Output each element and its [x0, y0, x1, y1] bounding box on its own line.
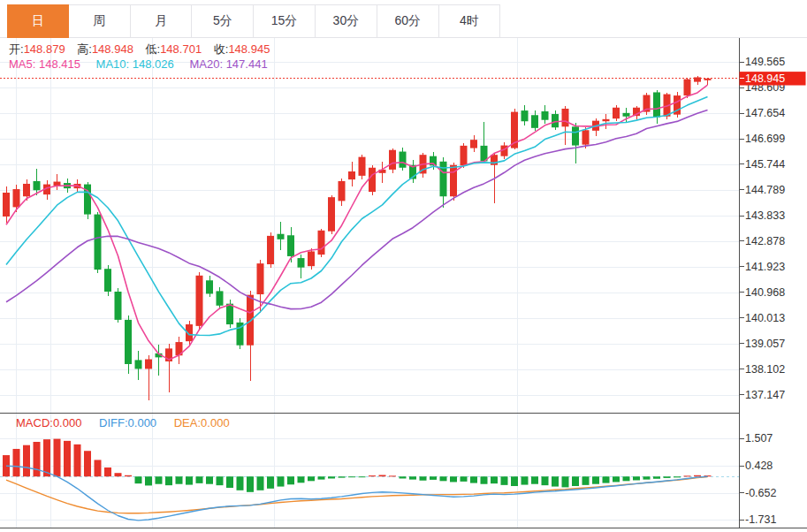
ma5-readout: MA5: 148.415: [9, 57, 80, 71]
price-tick-label: 143.833: [745, 209, 785, 222]
tab-week[interactable]: 周: [69, 4, 131, 38]
period-tabbar: 日周月5分15分30分60分4时: [7, 4, 500, 38]
candle-down: [34, 181, 41, 190]
candle-down: [298, 258, 305, 268]
macd-value-readout: MACD:0.000: [16, 416, 81, 429]
tab-day[interactable]: 日: [7, 4, 69, 38]
macd-tick-label: 0.428: [745, 460, 773, 472]
macd-bar-down: [176, 476, 183, 484]
macd-bar-up: [369, 475, 376, 476]
candle-up: [603, 119, 610, 121]
kline-chart-widget: 149.565148.609147.654146.699145.744144.7…: [0, 0, 807, 532]
candle-up: [13, 189, 20, 207]
macd-bar-down: [237, 476, 244, 490]
candle-up: [318, 231, 325, 255]
candle-up: [389, 150, 396, 170]
price-tick-label: 146.699: [745, 133, 785, 145]
candle-down: [115, 292, 122, 320]
macd-bar-down: [501, 476, 508, 485]
candle-up: [694, 77, 701, 81]
macd-bar-down: [592, 476, 599, 484]
candle-up: [247, 295, 254, 346]
macd-bar-up: [43, 439, 50, 476]
price-tick-label: 147.654: [745, 107, 785, 119]
macd-bar-down: [348, 476, 355, 477]
macd-bar-down: [450, 476, 457, 482]
macd-bar-down: [603, 476, 610, 483]
price-tick-label: 141.923: [745, 261, 785, 273]
macd-bar-down: [674, 476, 681, 477]
macd-bar-down: [186, 476, 193, 484]
close-value: 148.945: [228, 42, 270, 56]
diff-value-readout: DIFF:0.000: [99, 416, 156, 429]
macd-bar-up: [694, 475, 701, 476]
candle-down: [226, 304, 233, 324]
macd-bar-down: [491, 476, 498, 483]
macd-tick-label: -0.652: [745, 487, 776, 499]
macd-bar-down: [206, 476, 213, 484]
macd-bar-down: [572, 476, 579, 486]
macd-bar-up: [115, 473, 122, 476]
macd-bar-down: [430, 476, 437, 480]
tab-4hour[interactable]: 4时: [439, 4, 501, 38]
macd-tick-label: 1.507: [745, 432, 773, 445]
candle-down: [400, 152, 407, 168]
candle-down: [206, 280, 213, 293]
macd-bar-down: [145, 476, 152, 485]
tab-15min[interactable]: 15分: [254, 4, 316, 38]
tab-30min[interactable]: 30分: [316, 4, 377, 38]
macd-bar-down: [582, 476, 590, 485]
tab-60min[interactable]: 60分: [377, 4, 439, 38]
price-tick-label: 138.102: [745, 363, 785, 376]
macd-bar-up: [104, 467, 111, 476]
macd-bar-down: [552, 476, 559, 486]
candle-up: [257, 263, 264, 294]
macd-bar-down: [267, 476, 274, 489]
macd-bar-down: [165, 476, 172, 485]
candle-up: [339, 181, 346, 201]
macd-bar-down: [613, 476, 620, 482]
candle-down: [135, 360, 142, 369]
macd-tick-label: -1.731: [745, 513, 776, 526]
macd-bar-up: [34, 442, 41, 476]
candle-up: [562, 109, 569, 126]
last-price-label: 148.945: [745, 72, 785, 85]
candle-down: [572, 126, 579, 145]
macd-bar-down: [461, 476, 468, 482]
candle-down: [653, 92, 660, 117]
candle-up: [267, 236, 274, 264]
tab-5min[interactable]: 5分: [192, 4, 254, 38]
price-tick-label: 149.565: [745, 56, 785, 68]
ma20-readout: MA20: 147.441: [189, 57, 267, 71]
macd-bar-down: [409, 476, 416, 479]
macd-bar-up: [23, 445, 30, 477]
candle-up: [470, 140, 477, 148]
candle-down: [542, 111, 549, 120]
macd-bar-down: [470, 476, 477, 483]
macd-bar-down: [420, 476, 427, 481]
candle-up: [369, 168, 376, 192]
tab-month[interactable]: 月: [131, 4, 193, 38]
macd-bar-down: [481, 476, 488, 484]
macd-bar-down: [339, 476, 346, 477]
candle-up: [328, 197, 335, 232]
ma10-readout: MA10: 148.026: [96, 57, 174, 71]
candle-down: [552, 114, 559, 127]
candle-down: [217, 291, 224, 305]
macd-bar-down: [217, 476, 224, 485]
candle-up: [684, 80, 691, 96]
ma20-line: [6, 110, 708, 309]
macd-bar-down: [328, 476, 335, 478]
chart-canvas[interactable]: 149.565148.609147.654146.699145.744144.7…: [0, 0, 807, 532]
candle-down: [440, 162, 447, 196]
candle-up: [54, 182, 61, 186]
candle-down: [531, 115, 538, 128]
macd-bar-up: [54, 439, 61, 477]
macd-bar-down: [633, 476, 640, 480]
candle-down: [278, 234, 285, 239]
macd-bar-down: [643, 476, 651, 479]
macd-bar-down: [287, 476, 294, 484]
macd-bar-down: [653, 476, 660, 479]
candle-down: [623, 113, 630, 117]
price-tick-label: 144.789: [745, 184, 785, 196]
